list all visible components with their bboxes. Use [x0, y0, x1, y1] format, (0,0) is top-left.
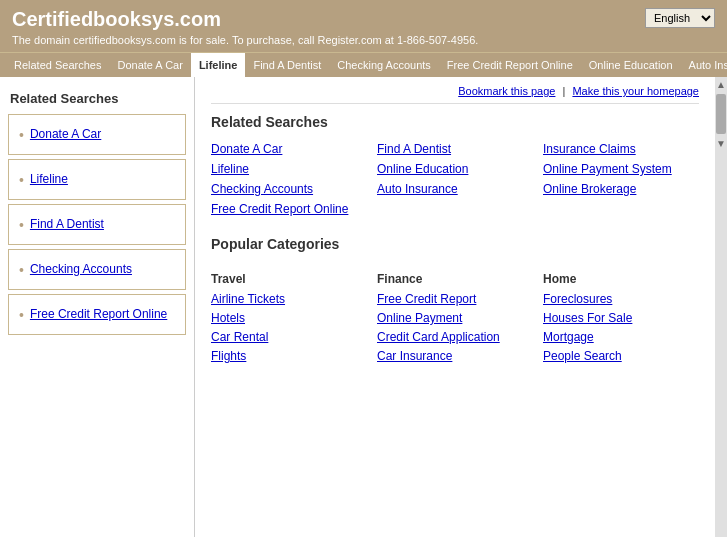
pc-airline-tickets[interactable]: Airline Tickets	[211, 292, 367, 306]
nav-item-auto-insurance[interactable]: Auto Insurance	[681, 53, 727, 77]
sidebar-item-find-a-dentist[interactable]: • Find A Dentist	[8, 204, 186, 245]
bullet-icon: •	[19, 173, 24, 187]
sidebar-item-donate-a-car[interactable]: • Donate A Car	[8, 114, 186, 155]
pc-credit-card-application[interactable]: Credit Card Application	[377, 330, 533, 344]
bullet-icon: •	[19, 218, 24, 232]
pc-flights[interactable]: Flights	[211, 349, 367, 363]
pc-foreclosures[interactable]: Foreclosures	[543, 292, 699, 306]
rs-link-find-a-dentist[interactable]: Find A Dentist	[377, 142, 533, 156]
nav-item-related-searches[interactable]: Related Searches	[6, 53, 109, 77]
home-column: Home Foreclosures Houses For Sale Mortga…	[543, 264, 699, 368]
separator: |	[563, 85, 566, 97]
pc-car-insurance[interactable]: Car Insurance	[377, 349, 533, 363]
sidebar-link-lifeline[interactable]: Lifeline	[30, 172, 68, 186]
pc-online-payment[interactable]: Online Payment	[377, 311, 533, 325]
nav-item-free-credit-report-online[interactable]: Free Credit Report Online	[439, 53, 581, 77]
related-searches-title: Related Searches	[211, 114, 699, 130]
sidebar-link-checking-accounts[interactable]: Checking Accounts	[30, 262, 132, 276]
site-subtitle: The domain certifiedbooksys.com is for s…	[12, 34, 478, 46]
language-dropdown[interactable]: English Spanish French German	[645, 8, 715, 28]
bookmark-link[interactable]: Bookmark this page	[458, 85, 555, 97]
bullet-icon: •	[19, 263, 24, 277]
scroll-thumb[interactable]	[716, 94, 726, 134]
sidebar-item-checking-accounts[interactable]: • Checking Accounts	[8, 249, 186, 290]
popular-categories-title: Popular Categories	[211, 236, 699, 252]
nav-item-donate-a-car[interactable]: Donate A Car	[109, 53, 190, 77]
sidebar-link-donate-a-car[interactable]: Donate A Car	[30, 127, 101, 141]
header: Certifiedbooksys.com The domain certifie…	[0, 0, 727, 52]
nav-item-checking-accounts[interactable]: Checking Accounts	[329, 53, 439, 77]
home-header: Home	[543, 272, 699, 286]
bullet-icon: •	[19, 128, 24, 142]
rs-link-lifeline[interactable]: Lifeline	[211, 162, 367, 176]
sidebar-link-free-credit-report-online[interactable]: Free Credit Report Online	[30, 307, 167, 321]
scroll-down-arrow[interactable]: ▼	[716, 138, 726, 149]
travel-header: Travel	[211, 272, 367, 286]
travel-column: Travel Airline Tickets Hotels Car Rental…	[211, 264, 367, 368]
rs-link-online-brokerage[interactable]: Online Brokerage	[543, 182, 699, 196]
popular-categories-section: Popular Categories Travel Airline Ticket…	[211, 236, 699, 368]
navbar: Related Searches Donate A Car Lifeline F…	[0, 52, 727, 77]
scrollbar[interactable]: ▲ ▼	[715, 77, 727, 537]
homepage-link[interactable]: Make this your homepage	[572, 85, 699, 97]
header-branding: Certifiedbooksys.com The domain certifie…	[12, 8, 478, 46]
pc-hotels[interactable]: Hotels	[211, 311, 367, 325]
pc-mortgage[interactable]: Mortgage	[543, 330, 699, 344]
popular-categories-grid: Travel Airline Tickets Hotels Car Rental…	[211, 264, 699, 368]
rs-link-donate-a-car[interactable]: Donate A Car	[211, 142, 367, 156]
site-title: Certifiedbooksys.com	[12, 8, 478, 31]
related-searches-section: Related Searches Donate A Car Find A Den…	[211, 114, 699, 216]
sidebar-link-find-a-dentist[interactable]: Find A Dentist	[30, 217, 104, 231]
nav-item-online-education[interactable]: Online Education	[581, 53, 681, 77]
rs-link-auto-insurance[interactable]: Auto Insurance	[377, 182, 533, 196]
main-content: Bookmark this page | Make this your home…	[195, 77, 715, 537]
bookmark-bar: Bookmark this page | Make this your home…	[211, 85, 699, 104]
rs-link-insurance-claims[interactable]: Insurance Claims	[543, 142, 699, 156]
nav-item-find-a-dentist[interactable]: Find A Dentist	[245, 53, 329, 77]
finance-header: Finance	[377, 272, 533, 286]
pc-car-rental[interactable]: Car Rental	[211, 330, 367, 344]
language-selector[interactable]: English Spanish French German	[645, 8, 715, 28]
bullet-icon: •	[19, 308, 24, 322]
sidebar: Related Searches • Donate A Car • Lifeli…	[0, 77, 195, 537]
sidebar-title: Related Searches	[0, 87, 194, 114]
scroll-up-arrow[interactable]: ▲	[716, 79, 726, 90]
rs-link-checking-accounts[interactable]: Checking Accounts	[211, 182, 367, 196]
rs-link-free-credit-report-online[interactable]: Free Credit Report Online	[211, 202, 367, 216]
nav-item-lifeline[interactable]: Lifeline	[191, 53, 246, 77]
pc-houses-for-sale[interactable]: Houses For Sale	[543, 311, 699, 325]
rs-link-online-payment-system[interactable]: Online Payment System	[543, 162, 699, 176]
finance-column: Finance Free Credit Report Online Paymen…	[377, 264, 533, 368]
pc-free-credit-report[interactable]: Free Credit Report	[377, 292, 533, 306]
rs-link-online-education[interactable]: Online Education	[377, 162, 533, 176]
related-searches-grid: Donate A Car Find A Dentist Insurance Cl…	[211, 142, 699, 216]
sidebar-item-lifeline[interactable]: • Lifeline	[8, 159, 186, 200]
body: Related Searches • Donate A Car • Lifeli…	[0, 77, 727, 537]
sidebar-item-free-credit-report-online[interactable]: • Free Credit Report Online	[8, 294, 186, 335]
pc-people-search[interactable]: People Search	[543, 349, 699, 363]
